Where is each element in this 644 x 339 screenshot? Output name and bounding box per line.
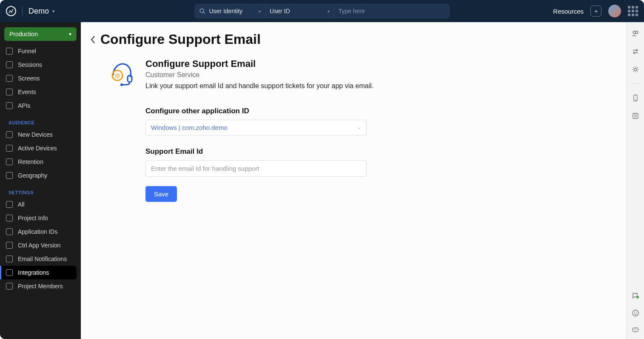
save-button[interactable]: Save	[145, 186, 177, 202]
logo-icon	[6, 6, 16, 16]
environment-selector[interactable]: Production ▾	[4, 27, 77, 41]
sidebar-section-title: AUDIENCE	[0, 112, 81, 128]
resources-link[interactable]: Resources	[553, 8, 584, 15]
sidebar-item-label: Project Members	[18, 283, 63, 290]
right-rail: +	[626, 22, 644, 339]
svg-point-17	[634, 312, 635, 313]
message-icon[interactable]	[632, 326, 639, 334]
svg-point-20	[634, 330, 635, 330]
search-mode-label: User Identity	[209, 8, 242, 14]
sidebar-item-label: Events	[18, 89, 36, 95]
support-email-icon: @	[107, 58, 136, 87]
sidebar-item-integrations[interactable]: Integrations	[0, 266, 77, 279]
svg-text:+: +	[637, 296, 638, 299]
project-members-icon	[6, 283, 13, 290]
project-selector[interactable]: Demo ▾	[28, 7, 55, 16]
new-devices-icon	[6, 131, 13, 138]
svg-rect-11	[633, 113, 638, 118]
svg-point-18	[636, 312, 637, 313]
add-button[interactable]: ＋	[590, 6, 601, 17]
device-icon[interactable]	[632, 94, 639, 102]
sidebar: Production ▾ FunnelSessionsScreensEvents…	[0, 22, 81, 339]
application-id-value: Windows | com.zoho.demo	[151, 124, 228, 131]
sidebar-item-label: Screens	[18, 75, 40, 82]
sidebar-item-new-devices[interactable]: New Devices	[0, 128, 81, 141]
sidebar-item-retention[interactable]: Retention	[0, 155, 81, 169]
retention-icon	[6, 158, 13, 165]
sidebar-item-label: Ctrl App Version	[18, 242, 60, 249]
chevron-down-icon: ▾	[52, 9, 55, 14]
sidebar-item-label: New Devices	[18, 131, 53, 138]
svg-point-7	[635, 31, 638, 34]
sidebar-item-ctrl-app-version[interactable]: Ctrl App Version	[0, 238, 81, 252]
application-id-select[interactable]: Windows | com.zoho.demo ⌄	[145, 120, 367, 135]
help-icon[interactable]	[632, 309, 639, 317]
sessions-icon	[6, 61, 13, 68]
svg-point-16	[633, 310, 638, 316]
environment-label: Production	[9, 31, 38, 37]
svg-point-10	[635, 100, 636, 101]
support-email-input[interactable]	[145, 160, 367, 177]
chevron-down-icon: ▾	[328, 9, 330, 14]
apps-grid-icon[interactable]	[628, 6, 638, 16]
search-icon	[199, 8, 205, 14]
svg-text:@: @	[115, 72, 120, 79]
screens-icon	[6, 75, 13, 82]
project-info-icon	[6, 215, 13, 221]
project-name: Demo	[28, 7, 49, 16]
divider	[22, 6, 23, 16]
events-icon	[6, 89, 13, 95]
sidebar-item-email-notifications[interactable]: Email Notifications	[0, 252, 81, 266]
search-field-label: User ID	[270, 8, 290, 14]
ctrl-app-version-icon	[6, 242, 13, 249]
sidebar-section-title: SETTINGS	[0, 182, 81, 198]
sidebar-item-events[interactable]: Events	[0, 85, 81, 99]
svg-point-8	[634, 68, 637, 71]
chevron-down-icon: ▾	[69, 31, 71, 37]
apis-icon	[6, 102, 13, 109]
sidebar-item-label: Funnel	[18, 48, 36, 55]
card-description: Link your support email Id and handle su…	[145, 82, 373, 90]
sidebar-item-sessions[interactable]: Sessions	[0, 58, 81, 72]
users-icon[interactable]	[632, 30, 639, 37]
sidebar-item-funnel[interactable]: Funnel	[0, 44, 81, 58]
sidebar-item-label: Sessions	[18, 61, 42, 68]
sidebar-item-label: APIs	[18, 102, 31, 109]
sidebar-item-screens[interactable]: Screens	[0, 72, 81, 85]
sidebar-item-project-members[interactable]: Project Members	[0, 279, 81, 293]
svg-point-22	[636, 330, 637, 330]
avatar[interactable]	[608, 5, 621, 17]
sidebar-item-label: Application IDs	[18, 228, 57, 235]
swap-icon[interactable]	[632, 48, 639, 55]
search-cluster: User Identity ▾ User ID ▾	[194, 4, 449, 18]
topbar: Demo ▾ User Identity ▾ User ID ▾ Resourc…	[0, 0, 644, 22]
search-input-wrap	[334, 4, 449, 18]
sidebar-item-label: Integrations	[18, 269, 49, 276]
sidebar-item-project-info[interactable]: Project Info	[0, 211, 81, 225]
sidebar-item-label: Retention	[18, 158, 43, 165]
svg-point-21	[635, 330, 636, 330]
search-field-select[interactable]: User ID ▾	[265, 4, 334, 18]
back-button[interactable]	[90, 35, 96, 44]
log-icon[interactable]	[632, 112, 639, 120]
sidebar-item-all[interactable]: All	[0, 198, 81, 211]
application-ids-icon	[6, 228, 13, 235]
main-content: Configure Support Email @ Configure Supp…	[81, 22, 626, 339]
sidebar-item-label: Project Info	[18, 215, 48, 221]
geography-icon	[6, 172, 13, 179]
divider	[631, 83, 640, 84]
sidebar-item-label: Geography	[18, 172, 47, 179]
sidebar-item-geography[interactable]: Geography	[0, 169, 81, 182]
card-subtitle: Customer Service	[145, 71, 373, 79]
app-id-label: Configure other application ID	[145, 107, 367, 115]
search-input[interactable]	[339, 8, 445, 14]
svg-point-0	[200, 9, 204, 12]
chevron-down-icon: ⌄	[357, 125, 361, 130]
sidebar-item-apis[interactable]: APIs	[0, 99, 81, 112]
chevron-down-icon: ▾	[259, 9, 261, 14]
settings-icon[interactable]	[632, 66, 639, 73]
chat-plus-icon[interactable]: +	[632, 292, 639, 300]
search-mode-select[interactable]: User Identity ▾	[195, 4, 265, 18]
sidebar-item-active-devices[interactable]: Active Devices	[0, 141, 81, 155]
sidebar-item-application-ids[interactable]: Application IDs	[0, 225, 81, 238]
